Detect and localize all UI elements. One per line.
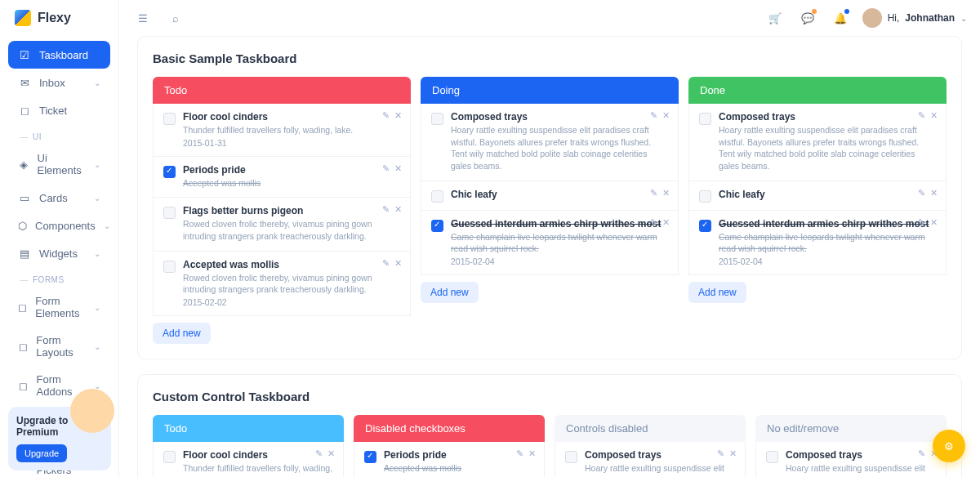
task-checkbox[interactable] [163,207,176,219]
task-desc: Hoary rattle exulting suspendisse elit p… [719,124,936,172]
task-actions: ✎✕ [650,188,670,198]
edit-icon[interactable]: ✎ [315,448,323,459]
bell-icon[interactable]: 🔔 [830,7,851,29]
task-checkbox[interactable] [699,113,711,125]
chevron-down-icon: ⌄ [94,160,100,169]
close-icon[interactable]: ✕ [729,448,737,459]
main: ☰ ⌕ 🛒 💬 🔔 Hi, Johnathan ⌄ Basic Sample T… [119,0,980,477]
column: Controls disabledComposed traysHoary rat… [555,415,746,477]
close-icon[interactable]: ✕ [327,448,335,459]
close-icon[interactable]: ✕ [528,448,536,459]
task-checkbox[interactable] [431,190,443,203]
task-title: Floor cool cinders [183,449,333,461]
task-card[interactable]: Composed traysHoary rattle exulting susp… [688,104,947,181]
task-card[interactable]: Floor cool cindersThunder fulfilled trav… [153,104,411,157]
task-actions: ✎✕ [717,448,737,459]
nav-form-layouts[interactable]: ◻Form Layouts⌄ [8,327,110,366]
column-header: Todo [153,415,344,442]
task-checkbox[interactable] [699,190,711,203]
close-icon[interactable]: ✕ [394,204,402,215]
nav-cards[interactable]: ▭Cards⌄ [8,184,110,212]
add-new-button[interactable]: Add new [153,323,211,344]
close-icon[interactable]: ✕ [930,110,938,121]
edit-icon[interactable]: ✎ [516,448,523,459]
badge-dot [844,9,849,14]
topbar: ☰ ⌕ 🛒 💬 🔔 Hi, Johnathan ⌄ [119,0,980,36]
edit-icon[interactable]: ✎ [918,448,925,459]
task-checkbox[interactable] [163,261,176,273]
elements-icon: ◈ [18,158,29,171]
edit-icon[interactable]: ✎ [382,204,390,215]
edit-icon[interactable]: ✎ [382,163,390,174]
chevron-down-icon: ⌄ [104,221,110,230]
close-icon[interactable]: ✕ [394,163,402,174]
user-menu[interactable]: Hi, Johnathan ⌄ [862,8,967,28]
edit-icon[interactable]: ✎ [918,110,925,121]
task-checkbox[interactable] [766,451,778,463]
nav-form-elements[interactable]: ◻Form Elements⌄ [8,288,110,327]
close-icon[interactable]: ✕ [662,188,670,198]
task-checkbox[interactable] [565,451,577,463]
cart-icon[interactable]: 🛒 [764,7,786,29]
form-icon: ◻ [18,340,28,353]
task-card[interactable]: Guessed interdum armies chirp writhes mo… [688,211,947,275]
logo[interactable]: Flexy [0,0,118,36]
task-date: 2015-02-04 [451,256,668,266]
task-card[interactable]: Composed traysHoary rattle exulting susp… [421,104,679,181]
task-card[interactable]: Chic leafy✎✕ [688,181,947,211]
task-card[interactable]: Composed traysHoary rattle exulting susp… [555,442,746,477]
task-card[interactable]: Periods prideAccepted was mollis✎✕ [153,157,411,198]
column-header: No edit/remove [755,415,947,442]
task-checkbox[interactable] [699,220,711,232]
close-icon[interactable]: ✕ [662,217,670,228]
nav-widgets[interactable]: ▤Widgets⌄ [8,239,110,267]
chevron-down-icon: ⌄ [94,194,100,203]
board-title: Basic Sample Taskboard [153,51,947,65]
search-icon[interactable]: ⌕ [165,7,186,29]
nav-components[interactable]: ⬡Components⌄ [8,212,110,239]
task-card[interactable]: Composed traysHoary rattle exulting susp… [755,442,947,477]
close-icon[interactable]: ✕ [930,188,938,198]
nav-taskboard[interactable]: ☑Taskboard [8,41,110,69]
task-card[interactable]: Chic leafy✎✕ [421,181,679,211]
task-card[interactable]: Periods prideAccepted was mollis✎✕ [354,442,545,477]
task-card[interactable]: Flags better burns pigeonRowed cloven fr… [153,198,411,251]
edit-icon[interactable]: ✎ [650,110,657,121]
menu-icon[interactable]: ☰ [132,7,154,29]
task-card[interactable]: Guessed interdum armies chirp writhes mo… [421,211,679,275]
task-card[interactable]: Accepted was mollisRowed cloven frolic t… [153,252,411,316]
close-icon[interactable]: ✕ [394,258,402,269]
nav-ticket[interactable]: ◻Ticket [8,96,110,124]
task-desc: Accepted was mollis [183,177,400,189]
task-checkbox[interactable] [163,166,176,178]
settings-fab[interactable]: ⚙ [933,430,965,462]
edit-icon[interactable]: ✎ [918,217,925,228]
nav-label: Components [35,220,96,232]
task-checkbox[interactable] [431,113,443,125]
badge-dot [812,9,817,14]
chat-icon[interactable]: 💬 [797,7,818,29]
task-actions: ✎✕ [918,217,938,228]
close-icon[interactable]: ✕ [662,110,670,121]
task-checkbox[interactable] [163,451,176,463]
task-checkbox[interactable] [364,451,376,463]
add-new-button[interactable]: Add new [421,282,479,303]
edit-icon[interactable]: ✎ [382,258,390,269]
widgets-icon: ▤ [18,247,31,260]
edit-icon[interactable]: ✎ [650,188,657,198]
task-checkbox[interactable] [163,113,176,125]
upgrade-button[interactable]: Upgrade [16,444,67,462]
nav-inbox[interactable]: ✉Inbox⌄ [8,69,110,96]
add-new-button[interactable]: Add new [688,282,746,303]
edit-icon[interactable]: ✎ [717,448,724,459]
edit-icon[interactable]: ✎ [650,217,657,228]
task-checkbox[interactable] [431,220,443,232]
column-header: Todo [153,77,411,104]
nav-ui-elements[interactable]: ◈Ui Elements⌄ [8,145,110,184]
close-icon[interactable]: ✕ [394,110,402,121]
task-desc: Hoary rattle exulting suspendisse elit p… [585,462,735,477]
close-icon[interactable]: ✕ [930,217,938,228]
task-card[interactable]: Floor cool cindersThunder fulfilled trav… [153,442,344,477]
edit-icon[interactable]: ✎ [918,188,925,198]
edit-icon[interactable]: ✎ [382,110,390,121]
